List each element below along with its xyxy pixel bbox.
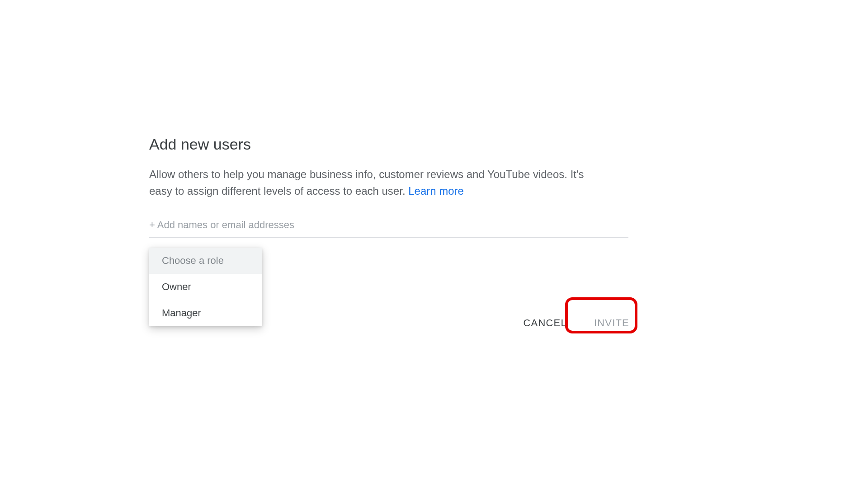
role-dropdown-header: Choose a role [149, 248, 262, 274]
dialog-description: Allow others to help you manage business… [149, 166, 592, 199]
dialog-button-row: CANCEL INVITE [515, 312, 637, 334]
dialog-title: Add new users [149, 136, 628, 153]
email-input-container [149, 217, 628, 238]
description-text: Allow others to help you manage business… [149, 168, 584, 197]
invite-button[interactable]: INVITE [586, 312, 637, 334]
add-users-dialog: Add new users Allow others to help you m… [149, 136, 628, 238]
cancel-button[interactable]: CANCEL [515, 312, 575, 334]
learn-more-link[interactable]: Learn more [408, 185, 464, 197]
role-option-manager[interactable]: Manager [149, 300, 262, 326]
role-dropdown-menu: Choose a role Owner Manager [149, 248, 262, 326]
email-input[interactable] [149, 217, 628, 233]
role-option-owner[interactable]: Owner [149, 274, 262, 300]
